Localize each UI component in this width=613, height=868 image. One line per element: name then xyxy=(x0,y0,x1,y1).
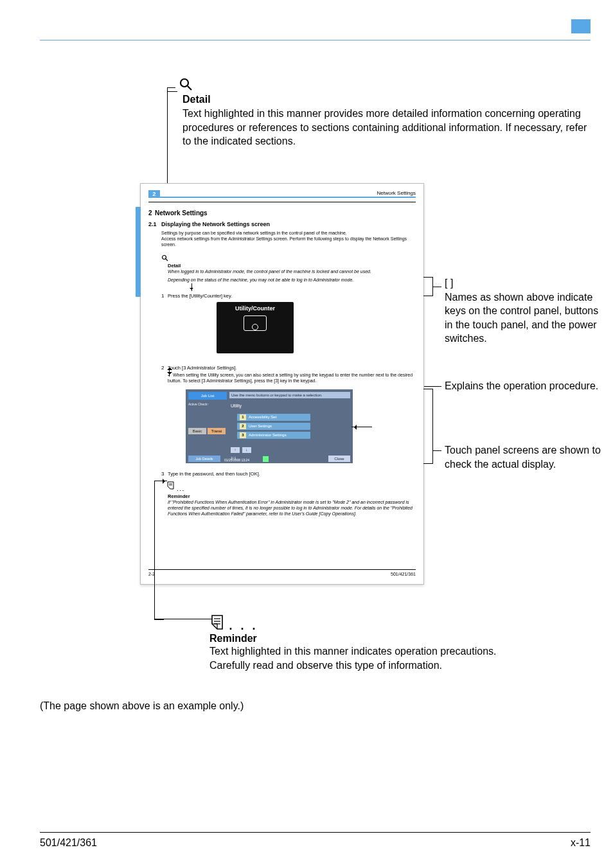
mini-h2-num: 2.1 xyxy=(148,221,157,227)
header-rule xyxy=(40,40,591,40)
mini-h1-num: 2 xyxy=(148,209,152,217)
reminder-title: Reminder xyxy=(209,633,582,644)
mini-para1-line2: Access network settings from the Adminis… xyxy=(161,236,407,247)
touchpanel-callout: Touch panel screens are shown to check t… xyxy=(445,443,604,471)
mini-down-arrow xyxy=(191,283,192,291)
detail-title: Detail xyxy=(182,94,592,105)
mini-step2: Touch [3 Administrator Settings]. xyxy=(168,365,237,371)
mini-magnifier-icon xyxy=(161,254,168,263)
detail-body: Text highlighted in this manner provides… xyxy=(182,107,592,148)
embedded-manual-page: Network Settings Chapter 2 2 Network Set… xyxy=(140,183,424,585)
side-tab-text-upper: Chapter 2 xyxy=(140,230,144,244)
panel-status: Job Details xyxy=(188,456,220,462)
panel-btn-3: 3Administrator Settings xyxy=(237,432,310,439)
reminder-body-line2: Carefully read and observe this type of … xyxy=(209,659,582,673)
mini-step2-sub: –When setting the Utility screen, you ca… xyxy=(168,373,414,384)
procedure-callout: Explains the operation procedure. xyxy=(445,379,604,393)
panel-tab-trans: Transi xyxy=(208,428,226,434)
panel-date: 01/25/2008 13:24 xyxy=(224,458,249,462)
side-tab: Network Settings Chapter 2 xyxy=(136,207,141,297)
mini-step3: Type in the password, and then touch [OK… xyxy=(168,471,260,477)
reminder-dots: . . . xyxy=(229,619,258,632)
keys-lead xyxy=(432,286,441,287)
panel-topbar: Use the menu buttons or keypad to make a… xyxy=(229,392,350,398)
keys-callout-text: Names as shown above indicate keys on th… xyxy=(445,290,604,346)
svg-point-0 xyxy=(181,79,188,87)
svg-line-3 xyxy=(166,259,168,261)
mini-detail-line1: When logged in to Administrator mode, th… xyxy=(168,269,414,274)
procedure-lead xyxy=(424,385,441,386)
mini-reminder-label: Reminder xyxy=(168,493,190,499)
mini-step2-num: 2 xyxy=(161,365,164,371)
mini-detail-label: Detail xyxy=(168,263,181,269)
panel-btn-1: 1Accessibility Set xyxy=(237,414,310,421)
example-only-note: (The page shown above is an example only… xyxy=(40,700,244,712)
detail-block: Detail Text highlighted in this manner p… xyxy=(143,84,592,148)
mini-reminder-icon: ... xyxy=(166,481,185,492)
keys-bracket-label: [ ] xyxy=(445,276,604,290)
panel-pager-dn: ↓ xyxy=(242,447,251,453)
mini-step1: Press the [Utility/Counter] key. xyxy=(168,293,232,299)
mini-detail-line2: Depending on the status of the machine, … xyxy=(168,278,414,282)
side-tab-text-lower: Network Settings xyxy=(140,209,144,293)
panel-pager: ↑ ↓ xyxy=(231,447,253,453)
mini-step1-num: 1 xyxy=(161,293,164,299)
svg-point-2 xyxy=(163,256,166,260)
reminder-icon xyxy=(209,614,226,633)
footer-right: x-11 xyxy=(571,837,591,849)
panel-pointer-arrow xyxy=(351,425,375,430)
panel-btn-3-label: Administrator Settings xyxy=(249,433,287,437)
mini-page-header-right: Network Settings xyxy=(377,190,416,196)
panel-job-check: Active Check↑ xyxy=(188,402,227,406)
footer-rule xyxy=(40,832,591,833)
mini-top-rule-blue xyxy=(148,197,416,198)
magnifier-icon xyxy=(179,77,193,91)
touchpanel-lead xyxy=(432,450,441,450)
reminder-lead-into-mini xyxy=(154,481,167,481)
mini-utility-counter-box: Utility/Counter xyxy=(217,302,294,353)
reminder-body-line1: Text highlighted in this manner indicate… xyxy=(209,644,582,659)
mini-para1: Settings by purpose can be specified via… xyxy=(161,231,414,247)
mini-utility-counter-label: Utility/Counter xyxy=(217,302,294,312)
keys-callout: [ ] Names as shown above indicate keys o… xyxy=(445,276,604,346)
panel-pager-up: ↑ xyxy=(231,447,240,453)
panel-utility-label: Utility xyxy=(231,403,242,408)
mini-h2: Displaying the Network Settings screen xyxy=(161,221,270,227)
procedure-mini-arrowhead xyxy=(167,365,172,370)
panel-btn-2: 2User Settings xyxy=(237,423,310,430)
mini-reminder-body: If "Prohibited Functions When Authentica… xyxy=(168,500,414,517)
mini-para1-line1: Settings by purpose can be specified via… xyxy=(161,231,347,235)
mini-utility-counter-key-icon xyxy=(244,315,267,331)
panel-close-button: Close xyxy=(328,456,350,462)
page: Detail Text highlighted in this manner p… xyxy=(0,0,613,868)
panel-memory-icon xyxy=(263,456,269,462)
svg-line-1 xyxy=(188,86,191,90)
mini-footer-rule xyxy=(148,569,416,570)
mini-step2-sub-text: When setting the Utility screen, you can… xyxy=(168,373,413,383)
header-accent-block xyxy=(571,19,591,33)
touchpanel-bracket xyxy=(423,389,433,464)
mini-top-rule-black xyxy=(148,202,416,202)
keys-bracket xyxy=(423,277,433,296)
reminder-block: . . . Reminder Text highlighted in this … xyxy=(209,614,582,672)
panel-btn-2-label: User Settings xyxy=(249,424,272,428)
panel-btn-1-label: Accessibility Set xyxy=(249,415,276,419)
footer-left: 501/421/361 xyxy=(40,837,97,849)
panel-tab-basic: Basic xyxy=(188,428,206,434)
mini-touch-panel: Use the menu buttons or keypad to make a… xyxy=(186,389,353,463)
reminder-bracket xyxy=(154,481,164,620)
mini-step3-num: 3 xyxy=(161,471,164,477)
mini-h1: Network Settings xyxy=(155,209,208,217)
reminder-lead-to-block xyxy=(154,619,212,619)
mini-footer-right: 501/421/361 xyxy=(391,572,416,576)
panel-job-list: Job List xyxy=(188,392,227,400)
